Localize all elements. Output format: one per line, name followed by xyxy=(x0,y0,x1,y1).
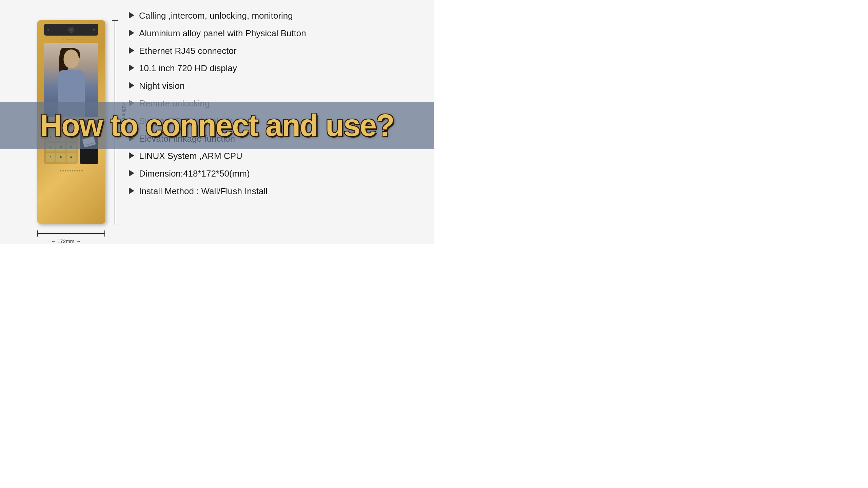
key-star: * xyxy=(46,153,55,162)
speaker-dot xyxy=(74,170,76,171)
key-hash: # xyxy=(67,153,76,162)
dim-left-tick xyxy=(37,230,38,237)
overlay-banner: How to connect and use? xyxy=(0,102,434,149)
page-container: 418mm ← 172mm → GB-MAGIC-C10 xyxy=(0,0,434,244)
feature-text: 10.1 inch 720 HD display xyxy=(139,63,237,74)
feature-item: Install Method : Wall/Flush Install xyxy=(129,186,420,197)
bullet-icon xyxy=(129,187,134,194)
bullet-icon xyxy=(129,64,134,71)
speaker-dot xyxy=(67,170,68,171)
camera-lens xyxy=(68,27,74,33)
speaker-dot xyxy=(72,170,73,171)
camera-dot-left xyxy=(47,29,49,30)
camera-dot-right xyxy=(93,29,95,30)
feature-text: Dimension:418*172*50(mm) xyxy=(139,168,250,180)
speaker-dot xyxy=(62,170,64,171)
feature-item: Ethernet RJ45 connector xyxy=(129,45,420,57)
feature-text: Calling ,intercom, unlocking, monitoring xyxy=(139,10,293,22)
dim-bottom-tick xyxy=(112,224,118,224)
feature-item: 10.1 inch 720 HD display xyxy=(129,63,420,74)
bullet-icon xyxy=(129,152,134,159)
feature-item: Dimension:418*172*50(mm) xyxy=(129,168,420,180)
feature-item: Calling ,intercom, unlocking, monitoring xyxy=(129,10,420,22)
dim-line-horizontal xyxy=(37,233,105,234)
dim-right-tick xyxy=(104,230,105,237)
feature-text: Install Method : Wall/Flush Install xyxy=(139,186,268,197)
speaker-dot xyxy=(70,170,71,171)
feature-item: Night vision xyxy=(129,80,420,92)
device-brand: GB-MAGIC-C10 xyxy=(61,38,82,41)
speaker-dot xyxy=(81,170,83,171)
overlay-text: How to connect and use? xyxy=(40,108,394,143)
speaker-dot xyxy=(79,170,80,171)
speaker xyxy=(51,168,92,174)
bullet-icon xyxy=(129,12,134,19)
bullet-icon xyxy=(129,47,134,54)
bullet-icon xyxy=(129,29,134,36)
dim-top-tick xyxy=(112,20,118,21)
speaker-dot xyxy=(65,170,66,171)
bullet-icon xyxy=(129,170,134,177)
feature-text: Night vision xyxy=(139,80,184,92)
speaker-dot xyxy=(60,170,61,171)
key-0: 0 xyxy=(56,153,65,162)
bullet-icon xyxy=(129,82,134,89)
camera-bar xyxy=(44,24,98,36)
feature-item: LINUX System ,ARM CPU xyxy=(129,150,420,162)
feature-text: Aluminium alloy panel with Physical Butt… xyxy=(139,28,306,39)
dim-label-horizontal: ← 172mm → xyxy=(51,238,81,244)
feature-text: Ethernet RJ45 connector xyxy=(139,45,237,57)
feature-item: Aluminium alloy panel with Physical Butt… xyxy=(129,28,420,39)
person-head xyxy=(64,49,79,68)
speaker-dot xyxy=(77,170,78,171)
feature-text: LINUX System ,ARM CPU xyxy=(139,150,242,162)
